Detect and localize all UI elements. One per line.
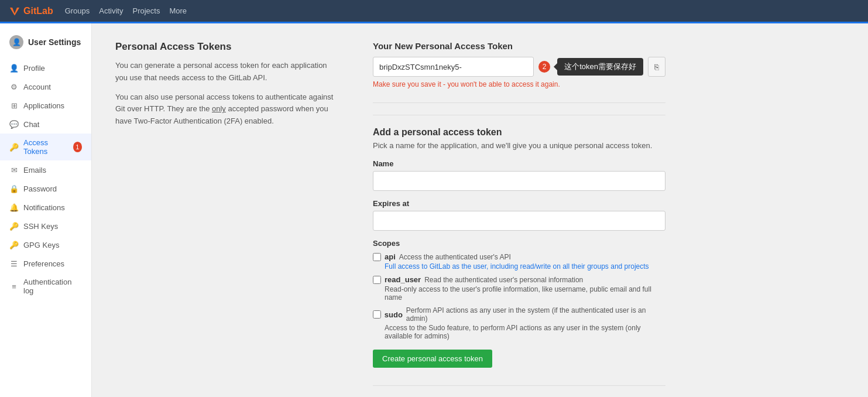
scope-api-extra-link: Full access to GitLab as the user, inclu… xyxy=(385,262,649,271)
left-panel: Personal Access Tokens You can generate … xyxy=(115,41,338,397)
add-token-subtitle: Pick a name for the application, and we'… xyxy=(373,141,665,150)
scope-api-desc: Access the authenticated user's API xyxy=(399,253,511,261)
tooltip-number-badge: 2 xyxy=(538,61,550,73)
new-token-title: Your New Personal Access Token xyxy=(373,41,665,51)
key-icon: 🔑 xyxy=(9,142,19,152)
user-icon: 👤 xyxy=(9,63,19,73)
navigation-bar: GitLab Groups Activity Projects More xyxy=(0,0,868,23)
scope-sudo-extra: Access to the Sudo feature, to perform A… xyxy=(385,324,665,340)
scope-item-sudo: sudo Perform API actions as any user in … xyxy=(373,306,665,340)
lock-icon: 🔒 xyxy=(9,184,19,193)
name-label: Name xyxy=(373,159,665,168)
sidebar-item-label: Access Tokens xyxy=(23,138,66,156)
sidebar-item-account[interactable]: ⚙ Account xyxy=(0,77,91,96)
scope-item-api: api Access the authenticated user's API … xyxy=(373,252,665,271)
only-highlight: only xyxy=(212,104,226,113)
scope-sudo-name: sudo xyxy=(385,310,403,319)
grid-icon: ⊞ xyxy=(9,101,19,110)
scope-read-user-checkbox[interactable] xyxy=(373,276,381,284)
nav-links: Groups Activity Projects More xyxy=(65,6,187,15)
copy-token-button[interactable]: ⎘ xyxy=(648,57,665,77)
chat-icon: 💬 xyxy=(9,119,19,129)
new-token-input[interactable] xyxy=(373,57,534,77)
page-title: Personal Access Tokens xyxy=(115,41,338,53)
access-tokens-badge: 1 xyxy=(73,142,82,152)
sidebar-item-label: Authentication log xyxy=(23,278,82,295)
add-token-section: Add a personal access token Pick a name … xyxy=(373,115,665,368)
list-icon: ≡ xyxy=(9,282,19,291)
name-form-group: Name xyxy=(373,159,665,191)
ssh-key-icon: 🔑 xyxy=(9,221,19,231)
new-token-section: Your New Personal Access Token 2 这个token… xyxy=(373,41,665,88)
scope-sudo-desc: Perform API actions as any user in the s… xyxy=(406,306,665,323)
user-avatar-icon: 👤 xyxy=(9,35,23,49)
cog-icon: ⚙ xyxy=(9,82,19,91)
description-paragraph-2: You can also use personal access tokens … xyxy=(115,91,338,128)
bell-icon: 🔔 xyxy=(9,203,19,212)
sidebar-item-label: Profile xyxy=(23,64,45,73)
sidebar-item-auth-log[interactable]: ≡ Authentication log xyxy=(0,273,91,300)
save-warning: Make sure you save it - you won't be abl… xyxy=(373,80,665,88)
sidebar-item-applications[interactable]: ⊞ Applications xyxy=(0,96,91,115)
sidebar-item-label: Emails xyxy=(23,166,46,174)
sidebar-item-label: Chat xyxy=(23,120,39,129)
main-content: Personal Access Tokens You can generate … xyxy=(92,23,868,397)
scopes-label: Scopes xyxy=(373,239,665,248)
sidebar-item-label: Notifications xyxy=(23,203,65,212)
scope-sudo-checkbox[interactable] xyxy=(373,310,381,319)
scope-item-read-user: read_user Read the authenticated user's … xyxy=(373,275,665,302)
scope-read-user-name: read_user xyxy=(385,275,421,284)
logo[interactable]: GitLab xyxy=(9,6,53,16)
nav-projects[interactable]: Projects xyxy=(132,6,160,15)
scope-row-api: api Access the authenticated user's API xyxy=(373,252,665,261)
scope-api-checkbox[interactable] xyxy=(373,253,381,261)
nav-more[interactable]: More xyxy=(169,6,187,15)
nav-activity[interactable]: Activity xyxy=(99,6,123,15)
scope-api-extra: Full access to GitLab as the user, inclu… xyxy=(385,262,665,271)
sidebar-item-preferences[interactable]: ☰ Preferences xyxy=(0,254,91,273)
sidebar-title: User Settings xyxy=(28,37,81,47)
expires-input[interactable] xyxy=(373,211,665,231)
scope-api-name: api xyxy=(385,252,396,261)
copy-icon: ⎘ xyxy=(654,63,659,71)
sidebar-item-password[interactable]: 🔒 Password xyxy=(0,179,91,198)
divider xyxy=(373,102,665,103)
description-paragraph-1: You can generate a personal access token… xyxy=(115,60,338,84)
sidebar-item-label: Password xyxy=(23,184,57,193)
sidebar: 👤 User Settings 👤 Profile ⚙ Account ⊞ Ap… xyxy=(0,23,92,397)
scopes-section: Scopes api Access the authenticated user… xyxy=(373,239,665,340)
active-tokens-section: Active Personal Access Tokens (1) Name C… xyxy=(373,385,665,397)
sidebar-item-label: Applications xyxy=(23,101,64,110)
sidebar-item-label: SSH Keys xyxy=(23,222,58,231)
sidebar-item-label: Preferences xyxy=(23,259,64,268)
expires-label: Expires at xyxy=(373,199,665,208)
sliders-icon: ☰ xyxy=(9,259,19,268)
tooltip-bubble: 这个token需要保存好 xyxy=(557,58,643,76)
gpg-key-icon: 🔑 xyxy=(9,240,19,249)
page-layout: 👤 User Settings 👤 Profile ⚙ Account ⊞ Ap… xyxy=(0,23,868,397)
sidebar-header: 👤 User Settings xyxy=(0,30,91,59)
scope-row-read-user: read_user Read the authenticated user's … xyxy=(373,275,665,284)
scope-read-user-desc: Read the authenticated user's personal i… xyxy=(424,276,583,284)
scope-read-user-extra: Read-only access to the user's profile i… xyxy=(385,285,665,302)
token-input-row: 2 这个token需要保存好 ⎘ xyxy=(373,57,665,77)
name-input[interactable] xyxy=(373,171,665,191)
right-panel: Your New Personal Access Token 2 这个token… xyxy=(373,41,665,397)
email-icon: ✉ xyxy=(9,165,19,174)
expires-form-group: Expires at xyxy=(373,199,665,231)
sidebar-item-gpg-keys[interactable]: 🔑 GPG Keys xyxy=(0,235,91,254)
sidebar-item-emails[interactable]: ✉ Emails xyxy=(0,160,91,179)
add-token-title: Add a personal access token xyxy=(373,127,665,138)
nav-groups[interactable]: Groups xyxy=(65,6,90,15)
scope-row-sudo: sudo Perform API actions as any user in … xyxy=(373,306,665,323)
sidebar-item-profile[interactable]: 👤 Profile xyxy=(0,59,91,77)
sidebar-item-ssh-keys[interactable]: 🔑 SSH Keys xyxy=(0,217,91,235)
sidebar-item-label: Account xyxy=(23,83,51,91)
sidebar-item-label: GPG Keys xyxy=(23,241,59,249)
sidebar-item-chat[interactable]: 💬 Chat xyxy=(0,115,91,134)
create-token-button[interactable]: Create personal access token xyxy=(373,350,492,368)
sidebar-item-access-tokens[interactable]: 🔑 Access Tokens 1 xyxy=(0,134,91,160)
sidebar-item-notifications[interactable]: 🔔 Notifications xyxy=(0,198,91,217)
